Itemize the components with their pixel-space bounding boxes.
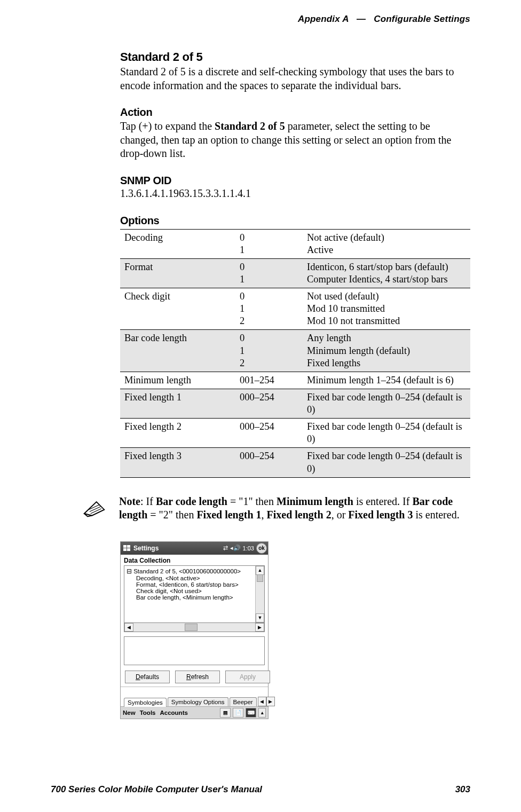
panel-title: Data Collection — [121, 555, 268, 565]
refresh-button[interactable]: RefreshRefresh — [175, 671, 220, 683]
table-row: Fixed length 1000–254Fixed bar code leng… — [120, 389, 470, 418]
svg-rect-3 — [127, 548, 130, 551]
tab-symbology-options[interactable]: Symbology Options — [168, 697, 228, 706]
note-g: , or — [331, 509, 349, 521]
option-name: Fixed length 2 — [120, 419, 235, 448]
scroll-left-arrow-icon[interactable]: ◀ — [124, 623, 133, 632]
note-c: = "1" then — [227, 495, 277, 507]
tree-root-label: Standard 2 of 5, <0001006000000000> — [133, 568, 241, 574]
option-name: Fixed length 1 — [120, 389, 235, 418]
h-scroll-thumb[interactable] — [185, 624, 198, 631]
table-row: Check digit012Not used (default)Mod 10 t… — [120, 288, 470, 330]
note-d: is entered. If — [353, 495, 413, 507]
horizontal-scrollbar[interactable]: ◀ ▶ — [124, 623, 265, 632]
svg-rect-0 — [123, 545, 127, 548]
bottom-menu-bar: New Tools Accounts ▤ 📄 ⌨ ▴ — [121, 706, 268, 719]
tree-item-bar-code-length[interactable]: Bar code length, <Minimum length> — [124, 594, 264, 601]
svg-rect-2 — [123, 548, 127, 551]
note-b1: Bar code length — [156, 495, 227, 507]
clock-text: 1:03 — [243, 545, 254, 551]
windows-flag-icon — [123, 544, 131, 553]
option-description: Not active (default)Active — [303, 229, 470, 258]
option-description: Any lengthMinimum length (default)Fixed … — [303, 330, 470, 372]
note-b5: Fixed length 2 — [267, 509, 331, 521]
speaker-icon: ◂🔊 — [230, 545, 241, 551]
scroll-right-arrow-icon[interactable]: ▶ — [255, 623, 264, 632]
option-description: Minimum length 1–254 (default is 6) — [303, 372, 470, 389]
vertical-scrollbar[interactable]: ▲ ▼ — [255, 566, 264, 622]
option-codes: 000–254 — [235, 419, 303, 448]
note-icon — [83, 497, 106, 521]
option-codes: 000–254 — [235, 389, 303, 418]
note-e: = "2" then — [147, 509, 196, 521]
option-name: Fixed length 3 — [120, 448, 235, 477]
option-description: Fixed bar code length 0–254 (default is … — [303, 389, 470, 418]
tree-root[interactable]: ⊟ Standard 2 of 5, <0001006000000000> — [124, 566, 264, 575]
page-footer: 700 Series Color Mobile Computer User's … — [51, 784, 470, 795]
snmp-oid-value: 1.3.6.1.4.1.1963.15.3.3.1.1.4.1 — [120, 187, 470, 201]
sip-arrow-icon[interactable]: ▴ — [258, 708, 266, 718]
option-codes: 012 — [235, 288, 303, 330]
tree-item-decoding[interactable]: Decoding, <Not active> — [124, 575, 264, 581]
options-table: Decoding01Not active (default)ActiveForm… — [120, 229, 470, 478]
option-codes: 001–254 — [235, 372, 303, 389]
scroll-down-arrow-icon[interactable]: ▼ — [256, 613, 264, 622]
note-a: : If — [140, 495, 156, 507]
option-name: Check digit — [120, 288, 235, 330]
table-row: Fixed length 2000–254Fixed bar code leng… — [120, 419, 470, 448]
ok-button[interactable]: ok — [256, 543, 267, 554]
note-b4: Fixed length 1 — [196, 509, 261, 521]
option-name: Decoding — [120, 229, 235, 258]
table-row: Fixed length 3000–254Fixed bar code leng… — [120, 448, 470, 477]
toolbar-icon-2[interactable]: 📄 — [233, 708, 243, 718]
option-description: Fixed bar code length 0–254 (default is … — [303, 448, 470, 477]
window-title: Settings — [133, 545, 159, 552]
tab-symbologies[interactable]: Symbologies — [124, 698, 167, 707]
header-separator: — — [351, 14, 371, 24]
note-h: is entered. — [413, 509, 459, 521]
action-heading: Action — [120, 106, 470, 119]
tree-item-format[interactable]: Format, <Identicon, 6 start/stop bars> — [124, 581, 264, 588]
option-codes: 000–254 — [235, 448, 303, 477]
action-body: Tap (+) to expand the Standard 2 of 5 pa… — [120, 120, 470, 161]
options-heading: Options — [120, 215, 470, 227]
table-row: Bar code length012Any lengthMinimum leng… — [120, 330, 470, 372]
option-name: Format — [120, 258, 235, 288]
menu-tools[interactable]: Tools — [140, 709, 156, 716]
v-scroll-thumb[interactable] — [257, 574, 263, 582]
section-title-standard-2-of-5: Standard 2 of 5 — [120, 50, 470, 64]
section-intro: Standard 2 of 5 is a discrete and self-c… — [120, 65, 470, 92]
footer-left: 700 Series Color Mobile Computer User's … — [51, 784, 262, 795]
option-description: Identicon, 6 start/stop bars (default)Co… — [303, 258, 470, 288]
snmp-heading: SNMP OID — [120, 175, 470, 187]
note-f: , — [262, 509, 267, 521]
value-editor-box[interactable] — [124, 636, 265, 665]
device-screenshot: Settings ⇄ ◂🔊 1:03 ok Data Collection ⊟ … — [120, 541, 269, 719]
note-text: Note: If Bar code length = "1" then Mini… — [119, 495, 470, 522]
option-description: Fixed bar code length 0–254 (default is … — [303, 419, 470, 448]
footer-page-number: 303 — [455, 784, 470, 795]
action-body-bold: Standard 2 of 5 — [215, 120, 285, 132]
window-titlebar: Settings ⇄ ◂🔊 1:03 ok — [121, 542, 268, 555]
menu-accounts[interactable]: Accounts — [160, 709, 187, 716]
svg-rect-1 — [127, 545, 130, 548]
tab-scroll-left-icon[interactable]: ◀ — [258, 697, 266, 706]
table-row: Minimum length001–254Minimum length 1–25… — [120, 372, 470, 389]
action-body-before: Tap (+) to expand the — [120, 120, 215, 132]
tab-beeper[interactable]: Beeper — [230, 697, 257, 706]
settings-tree[interactable]: ⊟ Standard 2 of 5, <0001006000000000> De… — [124, 565, 265, 623]
sip-keyboard-icon[interactable]: ⌨ — [246, 708, 256, 718]
toolbar-icon-1[interactable]: ▤ — [220, 708, 231, 718]
menu-new[interactable]: New — [123, 709, 136, 716]
scroll-up-arrow-icon[interactable]: ▲ — [256, 566, 264, 575]
option-description: Not used (default)Mod 10 transmittedMod … — [303, 288, 470, 330]
connectivity-icon: ⇄ — [223, 545, 228, 551]
defaults-button[interactable]: DDefaultsefaults — [125, 671, 170, 683]
tree-item-check-digit[interactable]: Check digit, <Not used> — [124, 588, 264, 594]
running-header: Appendix A — Configurable Settings — [51, 14, 470, 25]
note-block: Note: If Bar code length = "1" then Mini… — [120, 495, 470, 522]
tab-scroll-right-icon[interactable]: ▶ — [266, 697, 275, 706]
option-name: Minimum length — [120, 372, 235, 389]
header-left: Appendix A — [298, 14, 349, 24]
table-row: Decoding01Not active (default)Active — [120, 229, 470, 258]
